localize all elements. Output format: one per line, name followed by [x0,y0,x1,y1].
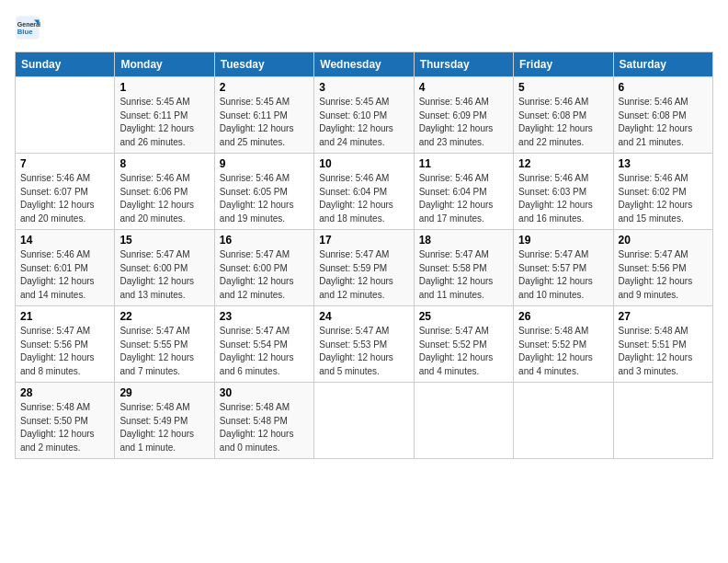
day-cell [314,383,414,459]
col-header-saturday: Saturday [613,52,712,77]
day-number: 15 [119,234,209,247]
col-header-friday: Friday [514,52,613,77]
day-number: 8 [119,157,209,170]
day-number: 2 [220,81,309,94]
day-info: Sunrise: 5:48 AM Sunset: 5:49 PM Dayligh… [119,401,209,454]
day-number: 30 [220,386,309,399]
day-info: Sunrise: 5:48 AM Sunset: 5:48 PM Dayligh… [220,401,309,454]
day-number: 9 [220,157,309,170]
logo-icon: General Blue [15,15,40,40]
day-cell: 26Sunrise: 5:48 AM Sunset: 5:52 PM Dayli… [514,306,613,383]
day-cell: 16Sunrise: 5:47 AM Sunset: 6:00 PM Dayli… [214,230,313,306]
day-number: 22 [119,310,209,323]
day-info: Sunrise: 5:46 AM Sunset: 6:04 PM Dayligh… [419,172,508,225]
day-info: Sunrise: 5:47 AM Sunset: 5:52 PM Dayligh… [419,325,508,378]
week-row-2: 7Sunrise: 5:46 AM Sunset: 6:07 PM Daylig… [16,154,713,230]
day-cell: 29Sunrise: 5:48 AM Sunset: 5:49 PM Dayli… [115,383,214,459]
column-headers: SundayMondayTuesdayWednesdayThursdayFrid… [16,52,713,77]
day-number: 14 [20,234,109,247]
day-info: Sunrise: 5:45 AM Sunset: 6:11 PM Dayligh… [220,96,309,149]
day-cell: 2Sunrise: 5:45 AM Sunset: 6:11 PM Daylig… [214,77,313,154]
day-cell: 22Sunrise: 5:47 AM Sunset: 5:55 PM Dayli… [115,306,214,383]
day-cell: 11Sunrise: 5:46 AM Sunset: 6:04 PM Dayli… [414,154,513,230]
week-row-4: 21Sunrise: 5:47 AM Sunset: 5:56 PM Dayli… [16,306,713,383]
day-info: Sunrise: 5:47 AM Sunset: 5:54 PM Dayligh… [220,325,309,378]
day-info: Sunrise: 5:46 AM Sunset: 6:08 PM Dayligh… [619,96,708,149]
day-cell: 21Sunrise: 5:47 AM Sunset: 5:56 PM Dayli… [16,306,115,383]
day-info: Sunrise: 5:46 AM Sunset: 6:06 PM Dayligh… [119,172,209,225]
day-number: 18 [419,234,508,247]
day-cell: 8Sunrise: 5:46 AM Sunset: 6:06 PM Daylig… [115,154,214,230]
day-cell: 14Sunrise: 5:46 AM Sunset: 6:01 PM Dayli… [16,230,115,306]
day-info: Sunrise: 5:45 AM Sunset: 6:10 PM Dayligh… [319,96,408,149]
day-number: 19 [518,234,608,247]
day-cell: 19Sunrise: 5:47 AM Sunset: 5:57 PM Dayli… [514,230,613,306]
day-info: Sunrise: 5:47 AM Sunset: 5:53 PM Dayligh… [319,325,408,378]
day-number: 4 [419,81,508,94]
day-number: 13 [619,157,708,170]
day-number: 20 [619,234,708,247]
day-info: Sunrise: 5:47 AM Sunset: 5:55 PM Dayligh… [119,325,209,378]
day-number: 12 [518,157,608,170]
day-cell: 7Sunrise: 5:46 AM Sunset: 6:07 PM Daylig… [16,154,115,230]
calendar-table: SundayMondayTuesdayWednesdayThursdayFrid… [15,52,713,459]
day-number: 28 [20,386,109,399]
day-cell: 15Sunrise: 5:47 AM Sunset: 6:00 PM Dayli… [115,230,214,306]
week-row-1: 1Sunrise: 5:45 AM Sunset: 6:11 PM Daylig… [16,77,713,154]
day-info: Sunrise: 5:47 AM Sunset: 5:58 PM Dayligh… [419,248,508,302]
day-cell: 13Sunrise: 5:46 AM Sunset: 6:02 PM Dayli… [613,154,712,230]
day-number: 21 [20,310,109,323]
day-cell: 30Sunrise: 5:48 AM Sunset: 5:48 PM Dayli… [214,383,313,459]
day-cell: 18Sunrise: 5:47 AM Sunset: 5:58 PM Dayli… [414,230,513,306]
day-info: Sunrise: 5:47 AM Sunset: 5:59 PM Dayligh… [319,248,408,302]
day-cell: 9Sunrise: 5:46 AM Sunset: 6:05 PM Daylig… [214,154,313,230]
logo: General Blue [15,15,44,40]
col-header-wednesday: Wednesday [314,52,414,77]
col-header-thursday: Thursday [414,52,513,77]
day-info: Sunrise: 5:46 AM Sunset: 6:07 PM Dayligh… [20,172,109,225]
day-number: 10 [319,157,408,170]
day-cell: 23Sunrise: 5:47 AM Sunset: 5:54 PM Dayli… [214,306,313,383]
day-number: 16 [220,234,309,247]
week-row-3: 14Sunrise: 5:46 AM Sunset: 6:01 PM Dayli… [16,230,713,306]
day-number: 7 [20,157,109,170]
day-cell: 10Sunrise: 5:46 AM Sunset: 6:04 PM Dayli… [314,154,414,230]
day-info: Sunrise: 5:47 AM Sunset: 6:00 PM Dayligh… [220,248,309,302]
day-cell [414,383,513,459]
day-cell [514,383,613,459]
day-info: Sunrise: 5:47 AM Sunset: 5:56 PM Dayligh… [20,325,109,378]
day-info: Sunrise: 5:46 AM Sunset: 6:04 PM Dayligh… [319,172,408,225]
day-info: Sunrise: 5:48 AM Sunset: 5:52 PM Dayligh… [518,325,608,378]
day-info: Sunrise: 5:46 AM Sunset: 6:08 PM Dayligh… [518,96,608,149]
day-cell [613,383,712,459]
col-header-tuesday: Tuesday [214,52,313,77]
day-cell: 17Sunrise: 5:47 AM Sunset: 5:59 PM Dayli… [314,230,414,306]
day-info: Sunrise: 5:46 AM Sunset: 6:05 PM Dayligh… [220,172,309,225]
day-info: Sunrise: 5:48 AM Sunset: 5:51 PM Dayligh… [619,325,708,378]
col-header-monday: Monday [115,52,214,77]
day-info: Sunrise: 5:47 AM Sunset: 5:57 PM Dayligh… [518,248,608,302]
day-info: Sunrise: 5:45 AM Sunset: 6:11 PM Dayligh… [119,96,209,149]
day-cell: 20Sunrise: 5:47 AM Sunset: 5:56 PM Dayli… [613,230,712,306]
day-number: 1 [119,81,209,94]
day-cell: 24Sunrise: 5:47 AM Sunset: 5:53 PM Dayli… [314,306,414,383]
day-cell: 25Sunrise: 5:47 AM Sunset: 5:52 PM Dayli… [414,306,513,383]
day-number: 29 [119,386,209,399]
day-info: Sunrise: 5:47 AM Sunset: 5:56 PM Dayligh… [619,248,708,302]
day-cell: 3Sunrise: 5:45 AM Sunset: 6:10 PM Daylig… [314,77,414,154]
day-cell: 4Sunrise: 5:46 AM Sunset: 6:09 PM Daylig… [414,77,513,154]
day-number: 24 [319,310,408,323]
day-cell: 27Sunrise: 5:48 AM Sunset: 5:51 PM Dayli… [613,306,712,383]
day-cell: 1Sunrise: 5:45 AM Sunset: 6:11 PM Daylig… [115,77,214,154]
day-info: Sunrise: 5:48 AM Sunset: 5:50 PM Dayligh… [20,401,109,454]
day-cell: 6Sunrise: 5:46 AM Sunset: 6:08 PM Daylig… [613,77,712,154]
day-info: Sunrise: 5:46 AM Sunset: 6:03 PM Dayligh… [518,172,608,225]
day-number: 11 [419,157,508,170]
day-info: Sunrise: 5:47 AM Sunset: 6:00 PM Dayligh… [119,248,209,302]
day-number: 26 [518,310,608,323]
day-cell: 28Sunrise: 5:48 AM Sunset: 5:50 PM Dayli… [16,383,115,459]
day-number: 6 [619,81,708,94]
day-number: 3 [319,81,408,94]
day-number: 17 [319,234,408,247]
day-cell [16,77,115,154]
